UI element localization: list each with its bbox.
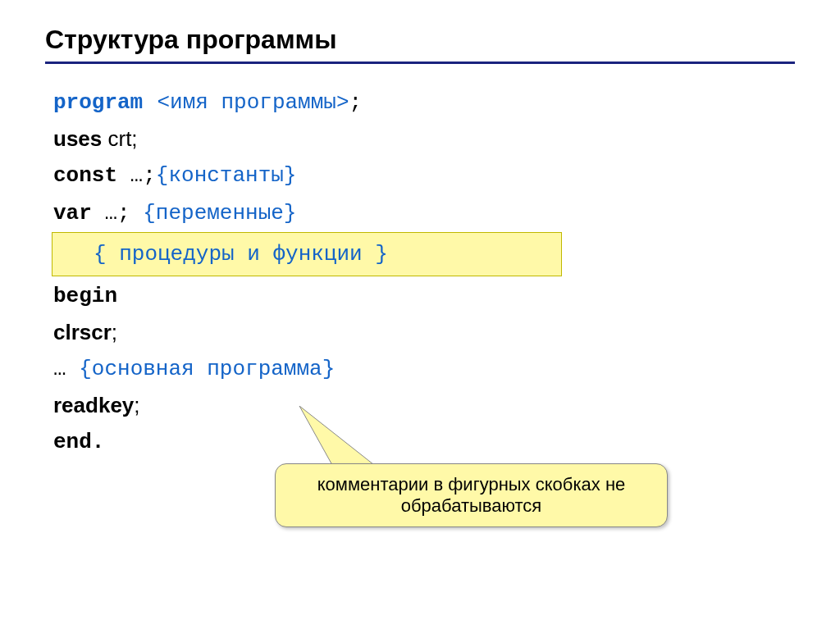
clrscr: clrscr	[53, 320, 112, 344]
code-line-6: begin	[53, 278, 795, 314]
highlight-box: { процедуры и функции }	[52, 232, 562, 276]
const-comment: {константы}	[156, 163, 297, 188]
callout-pointer	[287, 406, 410, 472]
code-line-7: clrscr;	[53, 316, 795, 350]
procedures-comment: { процедуры и функции }	[94, 242, 388, 267]
semicolon: ;	[134, 393, 139, 417]
readkey: readkey	[53, 393, 134, 417]
code-line-10: end.	[53, 424, 795, 460]
var-body: …;	[92, 201, 143, 226]
main-comment: {основная программа}	[79, 357, 335, 381]
main-body: …	[53, 357, 79, 381]
uses-module: crt;	[102, 126, 137, 151]
slide: Структура программы program <имя програм…	[0, 0, 840, 629]
svg-marker-0	[299, 406, 377, 467]
code-line-5: { процедуры и функции }	[53, 232, 795, 276]
keyword-begin: begin	[53, 284, 117, 308]
const-body: …;	[117, 163, 156, 188]
semicolon: ;	[349, 90, 363, 115]
semicolon: ;	[112, 320, 117, 344]
code-line-4: var …; {переменные}	[53, 195, 795, 231]
code-line-2: uses crt;	[53, 122, 795, 157]
keyword-end: end.	[53, 430, 104, 454]
keyword-const: const	[53, 163, 117, 188]
var-comment: {переменные}	[143, 201, 296, 226]
slide-title: Структура программы	[45, 25, 795, 55]
callout-box: комментарии в фигурных скобках не обраба…	[275, 463, 668, 527]
code-line-3: const …;{константы}	[53, 157, 795, 194]
keyword-uses: uses	[53, 126, 102, 151]
keyword-var: var	[53, 201, 92, 226]
code-block: program <имя программы>; uses crt; const…	[53, 84, 795, 460]
placeholder-name: <имя программы>	[157, 90, 349, 115]
callout-text: комментарии в фигурных скобках не обраба…	[317, 474, 626, 516]
code-line-1: program <имя программы>;	[53, 84, 795, 121]
code-line-9: readkey;	[53, 389, 795, 423]
keyword-program: program	[53, 90, 143, 115]
title-divider	[45, 62, 795, 64]
code-line-8: … {основная программа}	[53, 351, 795, 387]
